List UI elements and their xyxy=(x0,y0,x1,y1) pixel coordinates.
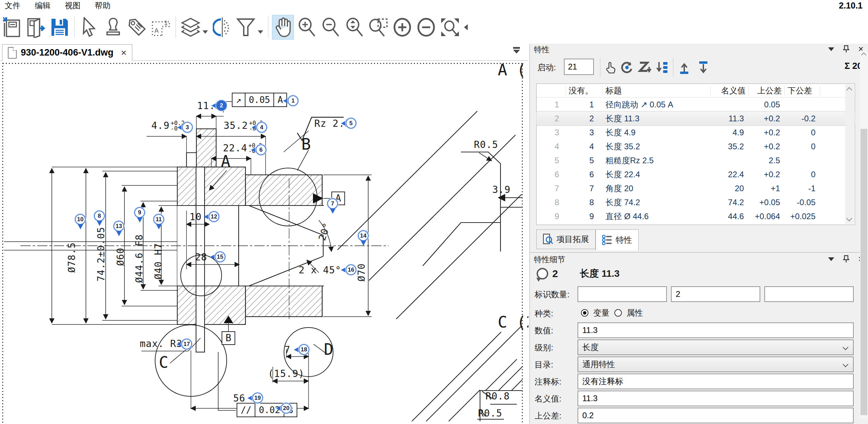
scrollbar-thumb[interactable] xyxy=(860,129,867,415)
balloon-1[interactable]: 1 xyxy=(283,95,298,106)
scroll-up-icon[interactable] xyxy=(847,87,852,93)
drawing-canvas[interactable]: 11.3↗0.05A4.9+0.2-035.2+0.2-0Rz 2.522.4+… xyxy=(0,61,528,424)
balloon-16[interactable]: 16 xyxy=(341,264,356,275)
tab-properties[interactable]: 特性 xyxy=(596,229,639,251)
pick-hand-button[interactable] xyxy=(603,59,618,76)
header-lower[interactable]: 下公差 xyxy=(785,86,820,96)
mirror-balloons-button[interactable] xyxy=(211,15,233,39)
toolbar-collapse-arrow[interactable] xyxy=(464,24,468,30)
move-bottom-button[interactable] xyxy=(695,59,711,76)
balloon-10[interactable]: 10 xyxy=(75,214,86,229)
new-file-button[interactable] xyxy=(1,15,23,39)
tab-close-icon[interactable]: × xyxy=(121,47,126,58)
id-count-input-1[interactable] xyxy=(578,286,667,302)
layers-dropdown-arrow[interactable] xyxy=(203,30,208,34)
table-row[interactable]: 99直径 Ø 44.644.6+0.064+0.025 xyxy=(537,209,855,223)
balloon-7[interactable]: 7 xyxy=(327,198,338,214)
table-row[interactable]: 55粗糙度Rz 2.52.5 xyxy=(537,153,855,167)
balloon-6[interactable]: 6 xyxy=(251,145,266,155)
dim-r0-5-top[interactable]: R0.5 xyxy=(474,139,498,150)
zoom-window-button[interactable] xyxy=(368,15,389,39)
header-title[interactable]: 标题 xyxy=(603,86,710,96)
header-nominal[interactable]: 名义值 xyxy=(710,86,749,96)
balloon-8[interactable]: 8 xyxy=(94,211,105,226)
save-button[interactable] xyxy=(49,15,70,39)
value-input[interactable] xyxy=(578,322,854,338)
table-row[interactable]: 33长度 4.94.9+0.20 xyxy=(537,125,855,139)
table-scrollbar[interactable] xyxy=(845,85,854,224)
upper-tolerance-input[interactable] xyxy=(578,408,854,423)
class-select[interactable]: 长度 xyxy=(578,339,854,355)
increase-button[interactable] xyxy=(392,15,413,39)
header-index[interactable] xyxy=(537,86,566,96)
scroll-down-icon[interactable] xyxy=(847,216,852,222)
dim-28[interactable]: 28 xyxy=(195,252,207,263)
table-row[interactable]: 77角度 2020+1-1 xyxy=(537,181,855,195)
dim-d40[interactable]: Ø40 H7 xyxy=(153,243,164,279)
dim-7[interactable]: 7 xyxy=(284,344,290,355)
balloon-9[interactable]: 9 xyxy=(134,207,145,223)
details-scrollbar[interactable] xyxy=(860,50,868,419)
decrease-button[interactable] xyxy=(416,15,437,39)
label-detail-c[interactable]: C xyxy=(159,353,168,372)
fcf-runout[interactable]: ↗0.05A xyxy=(232,93,287,107)
table-row[interactable]: 11径向跳动 ↗ 0.05 A0.05 xyxy=(537,97,855,111)
balloon-14[interactable]: 14 xyxy=(358,230,369,246)
dim-d44-6[interactable]: Ø44.6 F8 xyxy=(134,234,145,283)
label-section-a[interactable]: A xyxy=(221,152,230,170)
dim-d70[interactable]: Ø70 xyxy=(356,263,367,282)
layers-button[interactable] xyxy=(180,15,201,39)
id-count-input-2[interactable] xyxy=(671,286,760,302)
radio-attribute[interactable] xyxy=(614,309,622,317)
balloon-15[interactable]: 15 xyxy=(210,252,225,262)
zoom-fit-button[interactable] xyxy=(439,15,461,39)
flag-datum-b[interactable]: B xyxy=(222,331,235,345)
dim-56[interactable]: 56 xyxy=(233,393,245,404)
filter-dropdown-arrow[interactable] xyxy=(258,30,263,34)
label-detail-b[interactable]: B xyxy=(301,135,311,153)
balloon-17[interactable]: 17 xyxy=(177,339,192,349)
move-top-button[interactable] xyxy=(676,59,692,76)
tag-button[interactable] xyxy=(126,15,148,39)
pan-hand-button[interactable] xyxy=(272,15,294,39)
label-detail-d[interactable]: D xyxy=(324,340,333,359)
start-number-input[interactable] xyxy=(564,59,594,75)
stamp-button[interactable] xyxy=(103,15,124,39)
balloon-3[interactable]: 3 xyxy=(177,122,193,133)
pin-icon[interactable] xyxy=(843,45,849,53)
dim-74-2[interactable]: 74.2±0.05 xyxy=(95,227,107,282)
dim-10[interactable]: 10 xyxy=(190,211,202,223)
note-input[interactable] xyxy=(578,374,854,389)
nominal-input[interactable] xyxy=(578,391,854,406)
menu-help[interactable]: 帮助 xyxy=(90,0,115,12)
catalog-select[interactable]: 通用特性 xyxy=(578,357,854,372)
label-view-c[interactable]: C (2 xyxy=(498,313,528,331)
dim-15-9[interactable]: (15.9) xyxy=(268,368,304,379)
header-no[interactable]: 没有。 xyxy=(566,86,603,96)
balloon-13[interactable]: 13 xyxy=(114,221,124,236)
tab-project-expand[interactable]: 项目拓展 xyxy=(536,229,596,249)
table-row[interactable]: 66长度 22.422.4+0.20 xyxy=(537,167,855,181)
menu-edit[interactable]: 编辑 xyxy=(30,0,55,12)
balloon-4[interactable]: 4 xyxy=(252,122,267,133)
panel-menu-icon[interactable] xyxy=(828,47,834,51)
list-order-button[interactable] xyxy=(654,59,670,76)
dim-r0-8[interactable]: R0.8 xyxy=(485,391,510,402)
table-row[interactable]: 22长度 11.311.3+0.2-0.2 xyxy=(537,111,855,125)
menu-view[interactable]: 视图 xyxy=(60,0,85,12)
zoom-out-button[interactable] xyxy=(320,15,341,39)
dim-d60[interactable]: Ø60 xyxy=(115,247,126,266)
select-cursor-button[interactable] xyxy=(79,15,100,39)
zoom-vertical-button[interactable] xyxy=(344,15,365,39)
balloon-19[interactable]: 19 xyxy=(248,393,263,403)
balloon-18[interactable]: 18 xyxy=(294,344,309,355)
balloon-5[interactable]: 5 xyxy=(341,118,356,128)
table-row[interactable]: 88长度 74.274.2+0.05-0.05 xyxy=(537,195,855,209)
renumber-rotate-button[interactable] xyxy=(619,59,635,76)
label-view-a[interactable]: A ( xyxy=(498,61,526,79)
balloon-20[interactable]: 20 xyxy=(276,403,291,413)
filter-button[interactable] xyxy=(235,15,256,39)
id-count-input-3[interactable] xyxy=(764,286,854,302)
scroll-up-icon[interactable] xyxy=(861,52,867,58)
header-upper[interactable]: 上公差 xyxy=(749,86,785,96)
